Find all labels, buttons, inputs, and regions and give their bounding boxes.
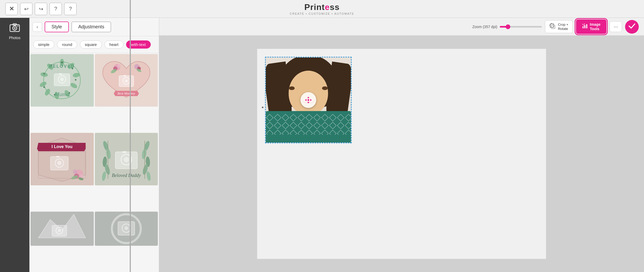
- style-panel: ‹ Style Adjustments simple round square …: [29, 18, 159, 272]
- frame-beloved-daddy[interactable]: Beloved Daddy: [95, 133, 158, 185]
- confirm-icon: [629, 23, 635, 30]
- crop-rotate-button[interactable]: Crop + Rotate: [545, 20, 573, 33]
- canvas-toolbar: Zoom (357 dpi) Crop +: [159, 18, 644, 36]
- tab-adjustments[interactable]: Adjustments: [71, 22, 111, 32]
- svg-point-12: [44, 88, 51, 96]
- crop-label: Crop +: [558, 23, 568, 27]
- photos-icon: [9, 23, 20, 34]
- photos-label: Photos: [9, 36, 20, 40]
- zoom-slider[interactable]: [500, 26, 542, 28]
- cursor-indicator: [262, 107, 263, 108]
- canvas-area: Zoom (357 dpi) Crop +: [159, 18, 644, 272]
- svg-point-58: [101, 171, 107, 181]
- confirm-button[interactable]: [625, 20, 639, 34]
- undo-button[interactable]: ↩: [20, 3, 33, 15]
- zoom-control: Zoom (357 dpi): [472, 25, 542, 29]
- filter-round[interactable]: round: [57, 40, 77, 49]
- frame-illus-i-love-you: I Love You: [30, 133, 94, 185]
- move-icon-overlay[interactable]: [300, 92, 316, 108]
- frame-illus-beloved-daddy: Beloved Daddy: [95, 133, 158, 185]
- svg-point-39: [125, 79, 128, 82]
- frame-bottom-1[interactable]: [30, 212, 94, 246]
- svg-marker-91: [310, 99, 312, 101]
- top-bar-left: ✕ ↩ ↪ ? ?: [5, 3, 77, 15]
- svg-point-8: [72, 72, 80, 78]
- image-tools-label2: Tools: [590, 27, 599, 31]
- svg-text:I Love You: I Love You: [52, 144, 72, 149]
- svg-rect-52: [56, 156, 59, 157]
- more-icon: ···: [614, 24, 618, 30]
- frame-bottom-2[interactable]: [95, 212, 158, 246]
- svg-point-16: [61, 61, 63, 64]
- svg-marker-88: [307, 97, 309, 98]
- frame-grid: BELOVED Mama: [29, 53, 159, 272]
- filter-heart[interactable]: heart: [105, 40, 123, 49]
- svg-point-13: [39, 81, 47, 88]
- crop-rotate-icon: [549, 23, 556, 30]
- redo-button[interactable]: ↪: [35, 3, 47, 15]
- top-bar: ✕ ↩ ↪ ? ? Printess CREATE • CUSTOMIZE • …: [0, 0, 644, 18]
- logo-text: Printess: [304, 2, 340, 12]
- svg-marker-89: [307, 102, 309, 103]
- image-tools-button[interactable]: Image Tools: [576, 19, 606, 34]
- main-layout: Photos ‹ Style Adjustments simple round …: [0, 18, 644, 272]
- page-canvas: [257, 49, 546, 259]
- svg-point-22: [43, 73, 45, 75]
- canvas-workspace: [159, 36, 644, 272]
- svg-point-68: [124, 157, 129, 162]
- frame-illus-bottom1: [30, 212, 94, 246]
- zoom-label: Zoom (357 dpi): [472, 25, 497, 29]
- filter-square[interactable]: square: [80, 40, 102, 49]
- photos-sidebar: Photos: [0, 18, 29, 272]
- svg-rect-69: [122, 151, 126, 153]
- frame-best-mummy[interactable]: Best Mummy: [95, 54, 158, 107]
- svg-point-4: [17, 25, 18, 27]
- back-button[interactable]: ‹: [33, 22, 42, 32]
- tab-style[interactable]: Style: [45, 22, 69, 32]
- svg-point-77: [124, 226, 128, 230]
- svg-rect-84: [586, 24, 587, 28]
- svg-rect-92: [308, 99, 309, 101]
- svg-rect-28: [59, 73, 62, 75]
- rotate-label: Rotate: [558, 27, 568, 31]
- svg-rect-78: [550, 24, 554, 27]
- svg-point-73: [58, 229, 61, 232]
- svg-rect-87: [266, 114, 351, 135]
- svg-text:BELOVED: BELOVED: [49, 64, 75, 69]
- svg-point-21: [43, 86, 45, 88]
- frame-illus-best-mummy: Best Mummy: [95, 54, 158, 107]
- svg-point-18: [75, 79, 76, 81]
- back-icon: ‹: [37, 24, 38, 30]
- frame-beloved-mama[interactable]: BELOVED Mama: [30, 54, 94, 107]
- svg-rect-82: [583, 26, 584, 28]
- filter-simple[interactable]: simple: [33, 40, 54, 49]
- help2-button[interactable]: ?: [64, 3, 77, 15]
- svg-point-27: [60, 77, 64, 81]
- svg-text:Best Mummy: Best Mummy: [117, 91, 135, 95]
- photo-frame-selected[interactable]: [265, 57, 352, 143]
- image-tools-icon: [582, 23, 588, 30]
- logo: Printess CREATE • CUSTOMIZE • AUTOMATE: [290, 2, 354, 15]
- more-button[interactable]: ···: [610, 21, 622, 32]
- close-button[interactable]: ✕: [5, 3, 18, 15]
- svg-point-51: [57, 161, 61, 165]
- svg-marker-90: [305, 99, 307, 101]
- svg-point-9: [70, 82, 78, 89]
- frame-illus-beloved-mama: BELOVED Mama: [30, 54, 94, 107]
- frame-illus-bottom2: [95, 212, 158, 246]
- logo-tagline: CREATE • CUSTOMIZE • AUTOMATE: [290, 12, 354, 15]
- svg-rect-81: [552, 25, 555, 29]
- filter-row: simple round square heart with-text: [29, 36, 159, 53]
- svg-rect-40: [123, 75, 126, 76]
- svg-point-46: [73, 170, 77, 174]
- panel-divider: [130, 0, 131, 272]
- help1-button[interactable]: ?: [49, 3, 62, 15]
- svg-line-85: [582, 24, 585, 26]
- svg-rect-83: [584, 25, 585, 28]
- svg-text:Beloved Daddy: Beloved Daddy: [112, 173, 141, 178]
- zoom-slider-thumb[interactable]: [506, 24, 510, 29]
- image-tools-label1: Image: [590, 22, 600, 27]
- svg-point-64: [146, 171, 151, 181]
- frame-i-love-you[interactable]: I Love You: [30, 133, 94, 185]
- panel-header: ‹ Style Adjustments: [29, 18, 159, 36]
